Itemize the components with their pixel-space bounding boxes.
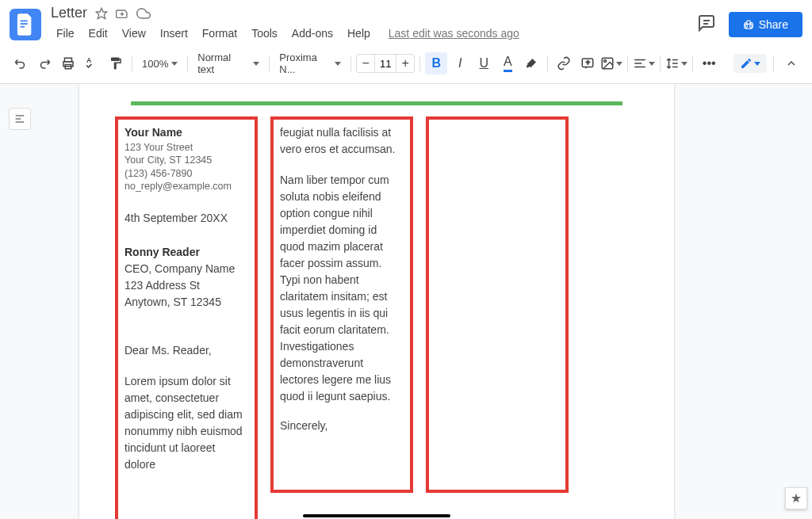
share-label: Share: [759, 18, 788, 31]
align-button[interactable]: [633, 52, 655, 74]
sender-email[interactable]: no_reply@example.com: [124, 180, 248, 193]
letter-date[interactable]: 4th September 20XX: [124, 210, 248, 227]
recipient-title[interactable]: CEO, Company Name: [124, 261, 248, 277]
paragraph-3[interactable]: Nam liber tempor cum soluta nobis eleife…: [280, 172, 404, 405]
line-spacing-button[interactable]: [665, 52, 688, 74]
font-dropdown[interactable]: Proxima N...: [274, 48, 346, 78]
horizontal-scrollbar[interactable]: [303, 514, 450, 517]
menu-format[interactable]: Format: [197, 25, 243, 42]
svg-rect-1: [21, 23, 28, 25]
cloud-icon[interactable]: [136, 6, 151, 21]
sender-citystate[interactable]: Your City, ST 12345: [124, 154, 248, 166]
svg-rect-2: [21, 25, 25, 27]
paint-format-button[interactable]: [105, 52, 127, 74]
doc-title[interactable]: Letter: [51, 5, 87, 21]
menu-file[interactable]: File: [51, 25, 80, 42]
print-button[interactable]: [57, 52, 79, 74]
menu-view[interactable]: View: [117, 25, 151, 42]
svg-rect-0: [21, 20, 28, 21]
menu-help[interactable]: Help: [342, 25, 376, 42]
zoom-dropdown[interactable]: 100%: [137, 55, 182, 73]
link-button[interactable]: [553, 52, 575, 74]
menu-tools[interactable]: Tools: [246, 25, 283, 42]
recipient-citystate[interactable]: Anytown, ST 12345: [124, 294, 248, 311]
signoff[interactable]: Sincerely,: [280, 418, 404, 434]
spellcheck-button[interactable]: A: [81, 52, 103, 74]
font-size-increase[interactable]: +: [396, 55, 414, 72]
sender-phone[interactable]: (123) 456-7890: [124, 167, 248, 180]
toolbar: A 100% Normal text Proxima N... − + B I …: [0, 44, 812, 84]
star-icon[interactable]: [95, 7, 108, 20]
style-dropdown[interactable]: Normal text: [193, 48, 264, 78]
paragraph-2-cont[interactable]: feugiat nulla facilisis at vero eros et …: [280, 124, 404, 158]
menu-addons[interactable]: Add-ons: [286, 25, 339, 42]
share-button[interactable]: Share: [729, 12, 802, 37]
column-2: feugiat nulla facilisis at vero eros et …: [270, 116, 413, 493]
text-color-button[interactable]: A: [496, 52, 519, 74]
move-icon[interactable]: [116, 7, 128, 20]
highlight-button[interactable]: [520, 52, 542, 74]
comment-button[interactable]: +: [576, 52, 599, 74]
column-3: [426, 116, 569, 493]
paragraph-1[interactable]: Lorem ipsum dolor sit amet, consectetuer…: [124, 373, 248, 473]
column-1: Your Name 123 Your Street Your City, ST …: [115, 116, 258, 519]
undo-button[interactable]: [10, 52, 32, 74]
menu-insert[interactable]: Insert: [155, 25, 193, 42]
recipient-name[interactable]: Ronny Reader: [124, 244, 248, 261]
editing-mode-button[interactable]: [733, 54, 767, 73]
collapse-button[interactable]: [780, 52, 802, 74]
more-button[interactable]: •••: [698, 52, 720, 74]
greeting[interactable]: Dear Ms. Reader,: [124, 342, 248, 359]
menu-edit[interactable]: Edit: [83, 25, 113, 42]
sender-name[interactable]: Your Name: [124, 124, 248, 141]
comments-icon[interactable]: [697, 13, 716, 36]
svg-text:+: +: [586, 59, 590, 67]
explore-button[interactable]: [785, 487, 807, 509]
menubar: File Edit View Insert Format Tools Add-o…: [51, 23, 697, 44]
svg-marker-3: [96, 8, 106, 18]
svg-text:A: A: [86, 57, 91, 64]
image-button[interactable]: [600, 52, 622, 74]
header-accent-bar: [131, 101, 622, 105]
underline-button[interactable]: U: [473, 52, 495, 74]
last-edit-link[interactable]: Last edit was seconds ago: [389, 27, 519, 40]
italic-button[interactable]: I: [449, 52, 471, 74]
svg-point-14: [604, 60, 607, 63]
bold-button[interactable]: B: [425, 52, 447, 74]
document-page[interactable]: Your Name 123 Your Street Your City, ST …: [79, 84, 674, 519]
sender-street[interactable]: 123 Your Street: [124, 141, 248, 154]
outline-toggle[interactable]: [9, 108, 31, 130]
redo-button[interactable]: [33, 52, 56, 74]
docs-logo[interactable]: [10, 9, 41, 40]
recipient-street[interactable]: 123 Address St: [124, 277, 248, 294]
font-size-decrease[interactable]: −: [357, 55, 374, 72]
font-size-input[interactable]: [374, 55, 396, 72]
